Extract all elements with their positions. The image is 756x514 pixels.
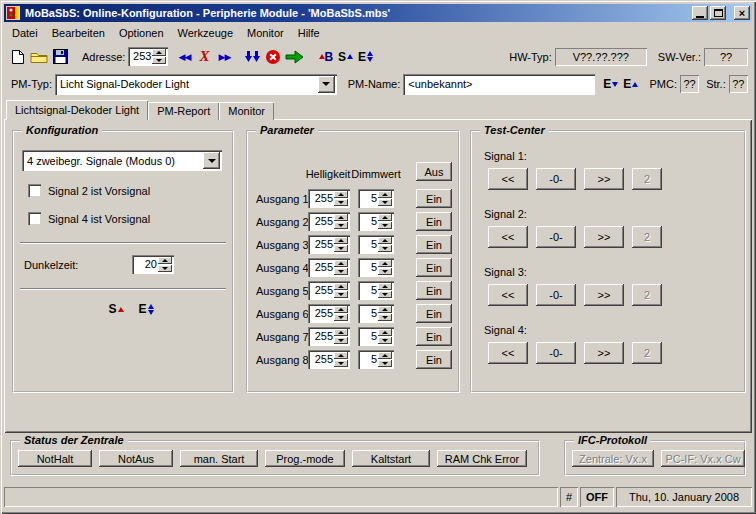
modus-combo[interactable]: 4 zweibegr. Signale (Modus 0) — [22, 150, 222, 171]
spin-up-button[interactable] — [378, 191, 392, 198]
spin-up-button[interactable] — [378, 214, 392, 221]
spin-up-button[interactable] — [334, 352, 348, 359]
pm-name-input[interactable]: <unbekannt> — [403, 74, 595, 95]
helligkeit-spinner[interactable]: 255 — [308, 304, 350, 323]
write-module-button[interactable] — [283, 46, 306, 68]
spin-up-button[interactable] — [378, 260, 392, 267]
signal4-vorsignal-option[interactable]: Signal 4 ist Vorsignal — [28, 212, 150, 225]
spin-up-button[interactable] — [334, 191, 348, 198]
spin-down-button[interactable] — [334, 291, 348, 298]
stop-button[interactable] — [263, 46, 283, 68]
prog-mode-button[interactable]: Prog.-mode — [265, 450, 345, 467]
read-module-button[interactable] — [243, 46, 263, 68]
signal1-left-button[interactable]: << — [488, 168, 528, 190]
dimmwert-spinner[interactable]: 5 — [358, 235, 394, 254]
dimmwert-spinner[interactable]: 5 — [358, 189, 394, 208]
ein-button[interactable]: Ein — [416, 258, 452, 277]
spin-up-button[interactable] — [334, 214, 348, 221]
helligkeit-spinner[interactable]: 255 — [308, 235, 350, 254]
tab-pm-report[interactable]: PM-Report — [148, 102, 219, 120]
helligkeit-spinner[interactable]: 255 — [308, 189, 350, 208]
spin-down-button[interactable] — [334, 268, 348, 275]
helligkeit-spinner[interactable]: 255 — [308, 258, 350, 277]
spin-down-button[interactable] — [334, 337, 348, 344]
menu-optionen[interactable]: Optionen — [112, 25, 171, 41]
maximize-button[interactable] — [710, 6, 726, 20]
prev-address-button[interactable]: ◀◀ — [174, 46, 194, 68]
spin-up-button[interactable] — [378, 306, 392, 313]
bidi-config-button[interactable]: B — [315, 46, 335, 68]
signal2-left-button[interactable]: << — [488, 226, 528, 248]
dimmwert-spinner[interactable]: 5 — [358, 281, 394, 300]
spin-down-button[interactable] — [334, 314, 348, 321]
spin-up-button[interactable] — [334, 237, 348, 244]
spin-up-button[interactable] — [158, 257, 172, 264]
spin-down-button[interactable] — [378, 337, 392, 344]
dunkelzeit-spinner[interactable]: 20 — [132, 255, 174, 274]
combo-dropdown-button[interactable] — [318, 76, 335, 93]
ein-button[interactable]: Ein — [416, 304, 452, 323]
spin-up-button[interactable] — [378, 283, 392, 290]
dimmwert-spinner[interactable]: 5 — [358, 350, 394, 369]
ein-button[interactable]: Ein — [416, 350, 452, 369]
next-address-button[interactable]: ▶▶ — [214, 46, 234, 68]
ein-button[interactable]: Ein — [416, 212, 452, 231]
tab-lichtsignal-dekoder[interactable]: Lichtsignal-Dekoder Light — [6, 100, 148, 120]
combo-dropdown-button[interactable] — [203, 152, 220, 169]
ein-button[interactable]: Ein — [416, 235, 452, 254]
spin-down-button[interactable] — [378, 268, 392, 275]
signal2-right-button[interactable]: >> — [584, 226, 624, 248]
spin-down-button[interactable] — [378, 291, 392, 298]
spin-down-button[interactable] — [334, 360, 348, 367]
spin-up-button[interactable] — [378, 352, 392, 359]
signal4-vorsignal-checkbox[interactable] — [28, 212, 41, 225]
spin-up-button[interactable] — [152, 49, 166, 56]
signal2-vorsignal-option[interactable]: Signal 2 ist Vorsignal — [28, 184, 150, 197]
helligkeit-spinner[interactable]: 255 — [308, 212, 350, 231]
signal3-left-button[interactable]: << — [488, 284, 528, 306]
spin-up-button[interactable] — [334, 260, 348, 267]
minimize-button[interactable] — [692, 6, 708, 20]
spin-up-button[interactable] — [334, 329, 348, 336]
signal2-vorsignal-checkbox[interactable] — [28, 184, 41, 197]
kaltstart-button[interactable]: Kaltstart — [352, 450, 430, 467]
spin-down-button[interactable] — [378, 245, 392, 252]
spin-down-button[interactable] — [152, 57, 166, 64]
dimmwert-spinner[interactable]: 5 — [358, 258, 394, 277]
pm-read-button[interactable]: E — [601, 73, 621, 95]
spin-up-button[interactable] — [334, 283, 348, 290]
send-config-button[interactable]: S — [106, 298, 126, 320]
notaus-button[interactable]: NotAus — [99, 450, 173, 467]
spin-down-button[interactable] — [378, 314, 392, 321]
nothalt-button[interactable]: NotHalt — [18, 450, 92, 467]
close-button[interactable]: × — [734, 6, 750, 20]
signal4-right-button[interactable]: >> — [584, 342, 624, 364]
tab-monitor[interactable]: Monitor — [219, 102, 274, 120]
ein-button[interactable]: Ein — [416, 327, 452, 346]
open-file-button[interactable] — [28, 46, 50, 68]
pm-write-button[interactable]: E — [621, 73, 641, 95]
save-file-button[interactable] — [50, 46, 70, 68]
e1-config-button[interactable]: E — [355, 46, 375, 68]
dimmwert-spinner[interactable]: 5 — [358, 212, 394, 231]
spin-up-button[interactable] — [334, 306, 348, 313]
ein-button[interactable]: Ein — [416, 281, 452, 300]
signal1-right-button[interactable]: >> — [584, 168, 624, 190]
signal1-stop-button[interactable]: -0- — [536, 168, 576, 190]
signal3-right-button[interactable]: >> — [584, 284, 624, 306]
helligkeit-spinner[interactable]: 255 — [308, 327, 350, 346]
aus-all-button[interactable]: Aus — [416, 162, 452, 181]
dimmwert-spinner[interactable]: 5 — [358, 304, 394, 323]
ram-chk-error-button[interactable]: RAM Chk Error — [437, 450, 527, 467]
signal3-stop-button[interactable]: -0- — [536, 284, 576, 306]
signal4-left-button[interactable]: << — [488, 342, 528, 364]
spin-up-button[interactable] — [378, 237, 392, 244]
exchange-config-button[interactable]: E — [136, 298, 156, 320]
helligkeit-spinner[interactable]: 255 — [308, 281, 350, 300]
helligkeit-spinner[interactable]: 255 — [308, 350, 350, 369]
spin-down-button[interactable] — [334, 222, 348, 229]
spin-down-button[interactable] — [334, 199, 348, 206]
spin-down-button[interactable] — [334, 245, 348, 252]
menu-hilfe[interactable]: Hilfe — [291, 25, 327, 41]
man-start-button[interactable]: man. Start — [180, 450, 258, 467]
